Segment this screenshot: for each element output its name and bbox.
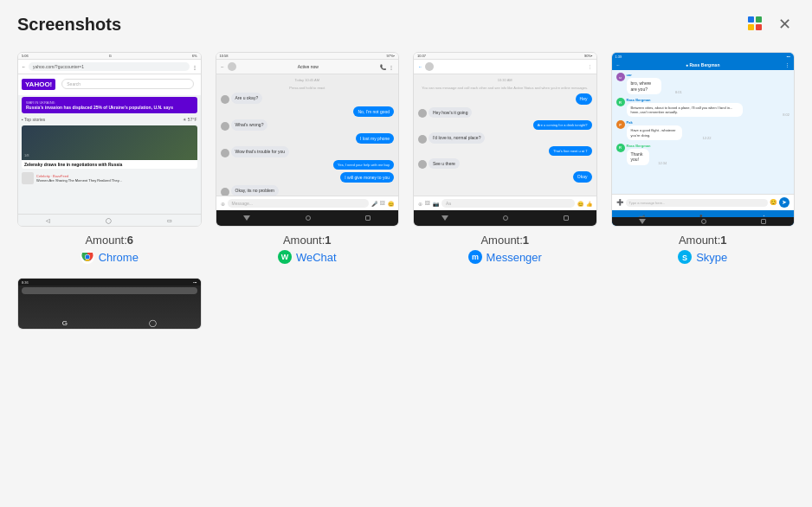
screenshot-item-messenger: 10:37 90%▪ ← ⋮ 10:30 AM You can now mess…	[413, 52, 597, 264]
close-button[interactable]: ✕	[774, 14, 795, 35]
screenshot-item-chrome: 5:06 G 6% ← yahoo.com/?guccounter=1 ⋮ YA…	[17, 52, 202, 264]
chrome-address-bar: yahoo.com/?guccounter=1	[29, 62, 190, 71]
skype-phone-screen: 1:39 ▪▪▪ ← ● Rass Bergman ⋮ u uar bro, w…	[612, 53, 795, 226]
svg-text:S: S	[682, 254, 687, 262]
wechat-phone-screen: 10:58 97%▪ ← Active now 📞 ⋮ Today 10:45 …	[216, 53, 399, 226]
skype-msg-2: R Rass Bergman Between cities, about to …	[616, 98, 790, 117]
skype-input-bar: ➕ Type a message here... 😊 ➤	[612, 194, 795, 210]
wechat-messages: Today 10:45 AM Press and hold to react A…	[216, 74, 399, 199]
header-actions: ✕	[748, 14, 795, 35]
svg-text:W: W	[281, 253, 289, 261]
chrome-phone-screen: 5:06 G 6% ← yahoo.com/?guccounter=1 ⋮ YA…	[18, 53, 201, 226]
messenger-messages: 10:30 AM You can now message and call ea…	[414, 74, 596, 185]
page-title: Screenshots	[17, 15, 121, 35]
screenshots-grid: 5:06 G 6% ← yahoo.com/?guccounter=1 ⋮ YA…	[17, 52, 795, 330]
skype-screenshot-frame[interactable]: 1:39 ▪▪▪ ← ● Rass Bergman ⋮ u uar bro, w…	[611, 52, 796, 227]
grid-view-icon[interactable]	[748, 16, 764, 32]
svg-rect-2	[748, 24, 754, 30]
wechat-amount: Amount:1	[278, 234, 337, 247]
screenshot-item-wechat: 10:58 97%▪ ← Active now 📞 ⋮ Today 10:45 …	[216, 52, 400, 264]
messenger-phone-screen: 10:37 90%▪ ← ⋮ 10:30 AM You can now mess…	[414, 53, 596, 226]
skype-msg-4: R Rass Bergman Thank you! 12:34	[616, 144, 790, 165]
skype-header: ← ● Rass Bergman ⋮	[612, 60, 795, 70]
skype-amount: Amount:1	[678, 234, 727, 247]
screenshot-item-skype: 1:39 ▪▪▪ ← ● Rass Bergman ⋮ u uar bro, w…	[611, 52, 796, 264]
svg-rect-1	[756, 16, 762, 22]
skype-msg-1: u uar bro, where are you? 8:01	[616, 73, 790, 94]
messenger-app-badge[interactable]: m Messenger	[468, 250, 542, 264]
svg-rect-3	[756, 24, 762, 30]
wechat-info: Amount:1 W WeChat	[278, 234, 337, 264]
svg-rect-0	[748, 16, 754, 22]
wechat-screenshot-frame[interactable]: 10:58 97%▪ ← Active now 📞 ⋮ Today 10:45 …	[216, 52, 400, 227]
skype-messages: u uar bro, where are you? 8:01 R Rass Be…	[612, 70, 795, 170]
svg-text:m: m	[472, 253, 479, 261]
messenger-screenshot-frame[interactable]: 10:37 90%▪ ← ⋮ 10:30 AM You can now mess…	[413, 52, 597, 227]
svg-point-7	[85, 255, 89, 260]
page-header: Screenshots ✕	[17, 14, 795, 35]
chrome-screenshot-frame[interactable]: 5:06 G 6% ← yahoo.com/?guccounter=1 ⋮ YA…	[17, 52, 202, 227]
skype-app-badge[interactable]: S Skype	[678, 250, 727, 264]
chrome-amount: Amount:6	[81, 234, 139, 247]
skype-info: Amount:1 S Skype	[678, 234, 727, 264]
screenshot-item-5: 8:36 ▪▪▪ G ◯	[17, 278, 202, 330]
messenger-info: Amount:1 m Messenger	[468, 234, 542, 264]
news-banner: WAR IN UKRAINE: Russia's invasion has di…	[22, 97, 197, 113]
wechat-app-badge[interactable]: W WeChat	[278, 250, 337, 264]
skype-msg-3: P Pak Have a good flight - whatever you'…	[616, 120, 790, 139]
screenshot-5-frame[interactable]: 8:36 ▪▪▪ G ◯	[17, 278, 202, 330]
chrome-info: Amount:6 Chrome	[81, 234, 139, 264]
messenger-amount: Amount:1	[468, 234, 542, 247]
chrome-app-badge[interactable]: Chrome	[81, 250, 139, 264]
